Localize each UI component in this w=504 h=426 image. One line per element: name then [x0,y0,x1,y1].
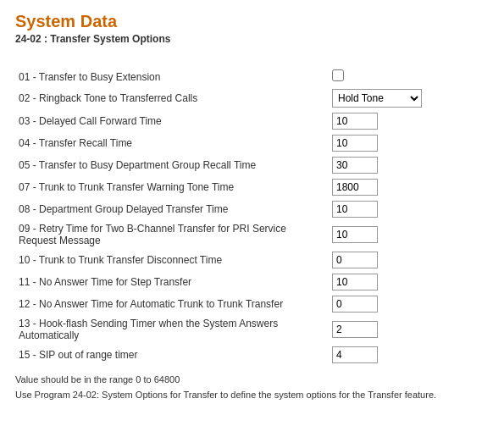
row-text-input[interactable] [332,113,378,130]
row-input-cell [329,132,489,154]
row-label: 15 - SIP out of range timer [15,344,329,366]
row-checkbox[interactable] [332,69,344,81]
main-container: System Data 24-02 : Transfer System Opti… [0,0,504,412]
footer-description: Use Program 24-02: System Options for Tr… [15,390,489,400]
row-label: 01 - Transfer to Busy Extension [15,67,329,86]
row-text-input[interactable] [332,296,378,313]
row-label: 07 - Trunk to Trunk Transfer Warning Ton… [15,176,329,198]
row-label: 11 - No Answer Time for Step Transfer [15,271,329,293]
row-label: 08 - Department Group Delayed Transfer T… [15,198,329,220]
table-row: 12 - No Answer Time for Automatic Trunk … [15,293,489,315]
row-input-cell [329,198,489,220]
table-row: 04 - Transfer Recall Time [15,132,489,154]
row-text-input[interactable] [332,346,378,363]
table-row: 05 - Transfer to Busy Department Group R… [15,154,489,176]
row-label: 09 - Retry Time for Two B-Channel Transf… [15,220,329,249]
row-input-cell [329,271,489,293]
row-text-input[interactable] [332,157,378,174]
row-input-cell [329,344,489,366]
table-row: 08 - Department Group Delayed Transfer T… [15,198,489,220]
row-text-input[interactable] [332,135,378,152]
row-label: 12 - No Answer Time for Automatic Trunk … [15,293,329,315]
options-table: 01 - Transfer to Busy Extension02 - Ring… [15,60,489,366]
row-text-input[interactable] [332,226,378,243]
table-row: 13 - Hook-flash Sending Timer when the S… [15,315,489,344]
table-row: 02 - Ringback Tone to Transferred CallsH… [15,86,489,110]
row-input-cell [329,67,489,86]
row-label: 02 - Ringback Tone to Transferred Calls [15,86,329,110]
table-row: 15 - SIP out of range timer [15,344,489,366]
row-text-input[interactable] [332,201,378,218]
row-input-cell [329,110,489,132]
table-row: 11 - No Answer Time for Step Transfer [15,271,489,293]
row-input-cell [329,249,489,271]
table-row: 07 - Trunk to Trunk Transfer Warning Ton… [15,176,489,198]
row-input-cell [329,220,489,249]
table-row: 03 - Delayed Call Forward Time [15,110,489,132]
row-text-input[interactable] [332,274,378,290]
row-text-input[interactable] [332,321,378,338]
row-select[interactable]: Hold ToneRingback Tone [332,89,422,108]
page-title: System Data [15,12,489,31]
table-row: 10 - Trunk to Trunk Transfer Disconnect … [15,249,489,271]
row-text-input[interactable] [332,179,378,196]
range-note: Value should be in the range 0 to 64800 [15,374,489,385]
row-input-cell [329,154,489,176]
row-input-cell: Hold ToneRingback Tone [329,86,489,110]
row-label: 13 - Hook-flash Sending Timer when the S… [15,315,329,344]
page-subtitle: 24-02 : Transfer System Options [15,33,489,45]
row-input-cell [329,315,489,344]
row-input-cell [329,293,489,315]
row-label: 04 - Transfer Recall Time [15,132,329,154]
row-input-cell [329,176,489,198]
row-label: 10 - Trunk to Trunk Transfer Disconnect … [15,249,329,271]
row-text-input[interactable] [332,252,378,268]
table-row: 09 - Retry Time for Two B-Channel Transf… [15,220,489,249]
row-label: 03 - Delayed Call Forward Time [15,110,329,132]
row-label: 05 - Transfer to Busy Department Group R… [15,154,329,176]
table-row: 01 - Transfer to Busy Extension [15,67,489,86]
